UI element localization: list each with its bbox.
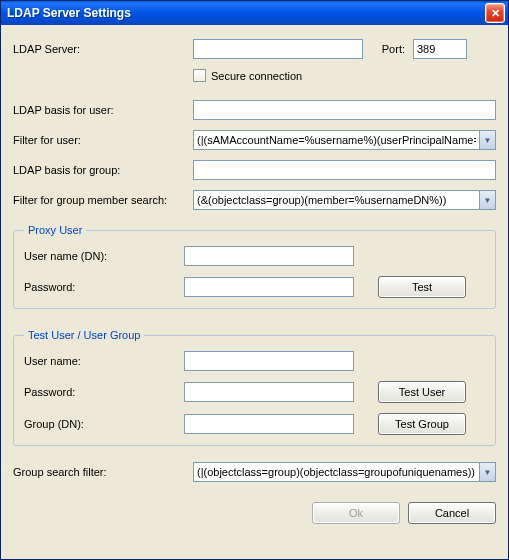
dialog-window: LDAP Server Settings ✕ LDAP Server: Port… <box>0 0 509 560</box>
secure-connection-checkbox-wrap[interactable]: Secure connection <box>193 69 302 82</box>
test-user-group: Test User / User Group User name: Passwo… <box>13 329 496 446</box>
row-secure-connection: Secure connection <box>13 69 496 82</box>
group-search-filter-label: Group search filter: <box>13 466 193 478</box>
close-icon: ✕ <box>491 7 500 20</box>
test-password-input[interactable] <box>184 382 354 402</box>
test-group-input[interactable] <box>184 414 354 434</box>
secure-connection-checkbox[interactable] <box>193 69 206 82</box>
row-group-search-filter: Group search filter: ▼ <box>13 462 496 482</box>
proxy-user-group: Proxy User User name (DN): Password: Tes… <box>13 224 496 309</box>
test-group-button[interactable]: Test Group <box>378 413 466 435</box>
group-search-filter-input[interactable] <box>193 462 479 482</box>
row-filter-user: Filter for user: ▼ <box>13 130 496 150</box>
proxy-username-label: User name (DN): <box>24 250 184 262</box>
row-ldap-basis-group: LDAP basis for group: <box>13 160 496 180</box>
row-test-group: Group (DN): Test Group <box>24 413 485 435</box>
ldap-basis-group-label: LDAP basis for group: <box>13 164 193 176</box>
row-ldap-server: LDAP Server: Port: <box>13 39 496 59</box>
test-password-label: Password: <box>24 386 184 398</box>
test-username-input[interactable] <box>184 351 354 371</box>
chevron-down-icon: ▼ <box>484 196 492 205</box>
ok-button[interactable]: Ok <box>312 502 400 524</box>
window-title: LDAP Server Settings <box>7 6 485 20</box>
filter-group-member-dropdown-button[interactable]: ▼ <box>479 190 496 210</box>
test-user-legend: Test User / User Group <box>24 329 144 341</box>
filter-group-member-input[interactable] <box>193 190 479 210</box>
ldap-basis-user-input[interactable] <box>193 100 496 120</box>
test-user-button[interactable]: Test User <box>378 381 466 403</box>
proxy-user-legend: Proxy User <box>24 224 86 236</box>
chevron-down-icon: ▼ <box>484 136 492 145</box>
test-button[interactable]: Test <box>378 276 466 298</box>
row-test-password: Password: Test User <box>24 381 485 403</box>
chevron-down-icon: ▼ <box>484 468 492 477</box>
row-ldap-basis-user: LDAP basis for user: <box>13 100 496 120</box>
proxy-password-label: Password: <box>24 281 184 293</box>
test-username-label: User name: <box>24 355 184 367</box>
filter-user-input[interactable] <box>193 130 479 150</box>
filter-group-member-label: Filter for group member search: <box>13 194 193 206</box>
close-button[interactable]: ✕ <box>485 3 505 23</box>
titlebar: LDAP Server Settings ✕ <box>1 1 508 25</box>
ldap-server-input[interactable] <box>193 39 363 59</box>
row-proxy-username: User name (DN): <box>24 246 485 266</box>
cancel-button[interactable]: Cancel <box>408 502 496 524</box>
dialog-button-row: Ok Cancel <box>13 498 496 524</box>
ldap-server-label: LDAP Server: <box>13 43 193 55</box>
test-group-label: Group (DN): <box>24 418 184 430</box>
port-input[interactable] <box>413 39 467 59</box>
group-search-filter-dropdown-button[interactable]: ▼ <box>479 462 496 482</box>
dialog-content: LDAP Server: Port: Secure connection LDA… <box>1 25 508 559</box>
proxy-username-input[interactable] <box>184 246 354 266</box>
proxy-password-input[interactable] <box>184 277 354 297</box>
row-test-username: User name: <box>24 351 485 371</box>
row-filter-group-member: Filter for group member search: ▼ <box>13 190 496 210</box>
port-label: Port: <box>363 43 413 55</box>
filter-user-dropdown-button[interactable]: ▼ <box>479 130 496 150</box>
row-proxy-password: Password: Test <box>24 276 485 298</box>
filter-user-label: Filter for user: <box>13 134 193 146</box>
ldap-basis-user-label: LDAP basis for user: <box>13 104 193 116</box>
secure-connection-label: Secure connection <box>211 70 302 82</box>
ldap-basis-group-input[interactable] <box>193 160 496 180</box>
